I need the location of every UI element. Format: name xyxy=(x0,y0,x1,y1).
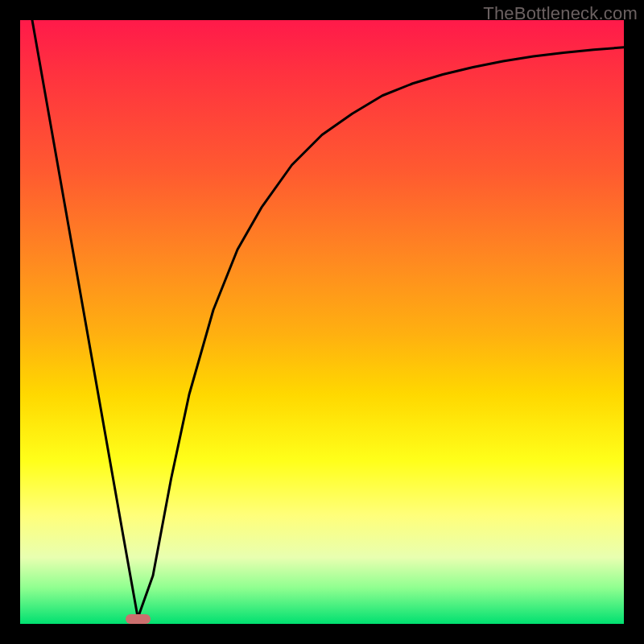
optimal-marker xyxy=(126,614,151,624)
chart-container: TheBottleneck.com xyxy=(0,0,644,644)
attribution-text: TheBottleneck.com xyxy=(483,3,638,24)
chart-plot-area xyxy=(20,20,624,624)
